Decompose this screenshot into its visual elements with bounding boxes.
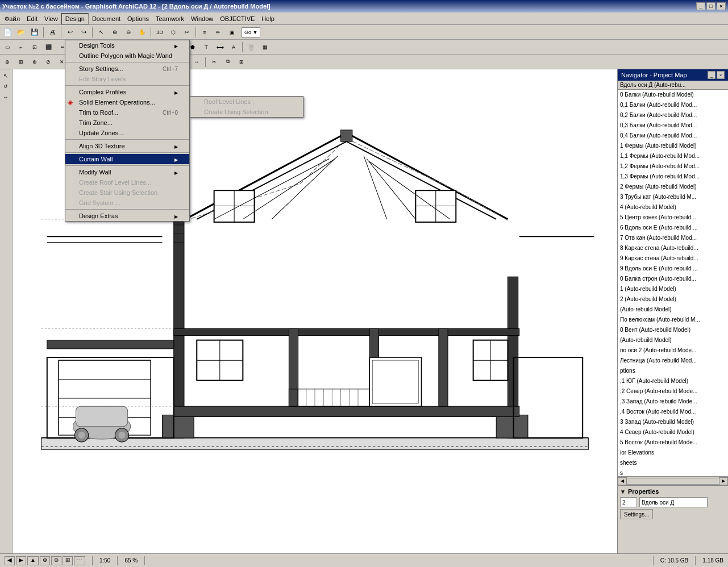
nav-item-2[interactable]: 0,2 Балки (Auto-rebuild Mod... bbox=[618, 110, 728, 120]
nav-item-33[interactable]: 4 Север (Auto-rebuild Model) bbox=[618, 427, 728, 437]
tb-snap2[interactable]: ⊞ bbox=[15, 56, 27, 68]
tb-door[interactable]: ⌐ bbox=[15, 41, 27, 53]
tb-label[interactable]: A bbox=[227, 41, 240, 53]
property-name-input[interactable] bbox=[639, 497, 708, 507]
nav-item-8[interactable]: 1,3 Фермы (Auto-rebuild Mod... bbox=[618, 172, 728, 182]
menu-trim-roof[interactable]: Trim to Roof... Ctrl+0 bbox=[65, 107, 189, 118]
menu-story-settings[interactable]: Story Settings... Ctrl+7 bbox=[65, 64, 189, 74]
settings-button[interactable]: Settings... bbox=[620, 509, 653, 519]
nav-item-27[interactable]: ptions bbox=[618, 366, 728, 376]
go-button[interactable]: Go ▼ bbox=[242, 27, 260, 37]
tb-stretch[interactable]: ↔ bbox=[190, 56, 203, 68]
tb-column[interactable]: ⬛ bbox=[42, 41, 55, 53]
nav-item-26[interactable]: Лестница (Auto-rebuild Mod... bbox=[618, 356, 728, 366]
nav-scroll-right[interactable]: ▶ bbox=[719, 477, 728, 485]
nav-item-35[interactable]: ior Elevations bbox=[618, 448, 728, 458]
nav-item-37[interactable]: s bbox=[618, 468, 728, 476]
menu-design-tools[interactable]: Design Tools bbox=[65, 40, 189, 51]
menu-options[interactable]: Options bbox=[124, 13, 152, 24]
tb-pan[interactable]: ✋ bbox=[136, 27, 148, 38]
close-button[interactable]: × bbox=[717, 2, 726, 10]
tb-hatch[interactable]: ▦ bbox=[259, 41, 271, 53]
tb-wall[interactable]: ▭ bbox=[1, 41, 14, 53]
nav-item-20[interactable]: 2 (Auto-rebuild Model) bbox=[618, 294, 728, 305]
tb-3d[interactable]: 3D bbox=[153, 27, 166, 38]
menu-curtain-wall[interactable]: Curtain Wall bbox=[65, 154, 189, 164]
tb-snap3[interactable]: ⊗ bbox=[28, 56, 41, 68]
nav-item-9[interactable]: 2 Фермы (Auto-rebuild Model) bbox=[618, 182, 728, 192]
nav-item-4[interactable]: 0,4 Балки (Auto-rebuild Mod... bbox=[618, 131, 728, 141]
nav-item-36[interactable]: sheets bbox=[618, 458, 728, 468]
tb-save[interactable]: 💾 bbox=[28, 27, 41, 38]
tb-fill[interactable]: ▣ bbox=[226, 27, 238, 38]
menu-solid-element[interactable]: ◈ Solid Element Operations... bbox=[65, 97, 189, 107]
nav-item-34[interactable]: 5 Восток (Auto-rebuild Mode... bbox=[618, 437, 728, 448]
tb-pen[interactable]: ✏ bbox=[212, 27, 224, 38]
nav-item-28[interactable]: ,1 ЮГ (Auto-rebuild Model) bbox=[618, 376, 728, 386]
nav-item-25[interactable]: по оси 2 (Auto-rebuild Mode... bbox=[618, 345, 728, 356]
nav-item-22[interactable]: По велюксам (Auto-rebuild M... bbox=[618, 315, 728, 325]
menu-objective[interactable]: OBJECTIVE bbox=[217, 13, 258, 24]
ltool-rotate[interactable]: ↺ bbox=[1, 81, 11, 91]
nav-item-16[interactable]: 9 Каркас стена (Auto-rebuild... bbox=[618, 253, 728, 264]
window-controls[interactable]: _ □ × bbox=[696, 2, 726, 10]
menu-complex-profiles[interactable]: Complex Profiles bbox=[65, 87, 189, 97]
tb-copy[interactable]: ⧉ bbox=[222, 56, 234, 68]
menu-align-texture[interactable]: Align 3D Texture bbox=[65, 141, 189, 151]
nav-item-12[interactable]: 5 Центр конёк (Auto-rebuild... bbox=[618, 212, 728, 223]
tb-layer[interactable]: ≡ bbox=[198, 27, 211, 38]
status-zoom-in[interactable]: ⊕ bbox=[40, 556, 50, 565]
tb-dim[interactable]: ⟷ bbox=[214, 41, 226, 53]
nav-item-14[interactable]: 7 Отв кан (Auto-rebuild Mod... bbox=[618, 233, 728, 243]
tb-section[interactable]: ✂ bbox=[181, 27, 193, 38]
tb-view[interactable]: ⬡ bbox=[167, 27, 180, 38]
menu-design[interactable]: Design bbox=[61, 13, 89, 24]
nav-item-31[interactable]: ,4 Восток (Auto-rebuild Mod... bbox=[618, 407, 728, 417]
nav-item-0[interactable]: 0 Балки (Auto-rebuild Model) bbox=[618, 90, 728, 100]
nav-item-19[interactable]: 1 (Auto-rebuild Model) bbox=[618, 284, 728, 294]
nav-item-23[interactable]: 0 Вент (Auto-rebuild Model) bbox=[618, 325, 728, 335]
nav-item-17[interactable]: 9 Вдоль оси Е (Auto-rebuild ... bbox=[618, 264, 728, 274]
tb-snap4[interactable]: ⊘ bbox=[42, 56, 55, 68]
nav-item-6[interactable]: 1,1 Фермы (Auto-rebuild Mod... bbox=[618, 151, 728, 161]
nav-item-32[interactable]: 3 Запад (Auto-rebuild Model) bbox=[618, 417, 728, 427]
tb-open[interactable]: 📂 bbox=[15, 27, 27, 38]
nav-item-11[interactable]: 4 (Auto-rebuild Model) bbox=[618, 202, 728, 212]
tb-zoom-out[interactable]: ⊖ bbox=[122, 27, 135, 38]
tb-window[interactable]: ⊡ bbox=[28, 41, 41, 53]
tb-redo[interactable]: ↪ bbox=[77, 27, 90, 38]
nav-item-10[interactable]: 3 Трубы кат (Auto-rebuild M... bbox=[618, 192, 728, 202]
status-zoom-fit[interactable]: ⊞ bbox=[63, 556, 73, 565]
menu-help[interactable]: Help bbox=[258, 13, 278, 24]
menu-view[interactable]: View bbox=[41, 13, 61, 24]
nav-item-29[interactable]: ,2 Север (Auto-rebuild Mode... bbox=[618, 386, 728, 397]
status-zoom-more[interactable]: ⋯ bbox=[74, 556, 85, 565]
tb-new[interactable]: 📄 bbox=[1, 27, 14, 38]
menu-window[interactable]: Window bbox=[188, 13, 217, 24]
nav-item-5[interactable]: 1 Фермы (Auto-rebuild Model) bbox=[618, 141, 728, 151]
menu-document[interactable]: Document bbox=[89, 13, 124, 24]
nav-item-21[interactable]: (Auto-rebuild Model) bbox=[618, 305, 728, 315]
tb-delete[interactable]: ✂ bbox=[208, 56, 221, 68]
property-num-input[interactable] bbox=[620, 497, 637, 507]
menu-modify-wall[interactable]: Modify Wall bbox=[65, 167, 189, 177]
tb-print[interactable]: 🖨 bbox=[46, 27, 59, 38]
nav-item-3[interactable]: 0,3 Балки (Auto-rebuild Mod... bbox=[618, 120, 728, 131]
nav-item-24[interactable]: (Auto-rebuild Model) bbox=[618, 335, 728, 345]
minimize-button[interactable]: _ bbox=[696, 2, 705, 10]
ltool-stretch[interactable]: ↔ bbox=[1, 92, 11, 102]
status-up[interactable]: ▲ bbox=[27, 556, 39, 565]
menu-trim-zone[interactable]: Trim Zone... bbox=[65, 118, 189, 128]
maximize-button[interactable]: □ bbox=[706, 2, 715, 10]
nav-item-30[interactable]: ,3 Запад (Auto-rebuild Mode... bbox=[618, 397, 728, 407]
nav-item-7[interactable]: 1,2 Фермы (Auto-rebuild Mod... bbox=[618, 161, 728, 172]
status-prev[interactable]: ◀ bbox=[5, 556, 15, 565]
menu-update-zones[interactable]: Update Zones... bbox=[65, 128, 189, 138]
menu-edit[interactable]: Edit bbox=[23, 13, 41, 24]
nav-item-15[interactable]: 8 Каркас стена (Auto-rebuild... bbox=[618, 243, 728, 253]
ltool-arrow[interactable]: ↖ bbox=[1, 70, 11, 81]
status-next[interactable]: ▶ bbox=[16, 556, 26, 565]
nav-item-18[interactable]: 0 Балка строн (Auto-rebuild... bbox=[618, 274, 728, 284]
navigator-close[interactable]: × bbox=[717, 71, 725, 79]
nav-item-1[interactable]: 0,1 Балки (Auto-rebuild Mod... bbox=[618, 100, 728, 110]
